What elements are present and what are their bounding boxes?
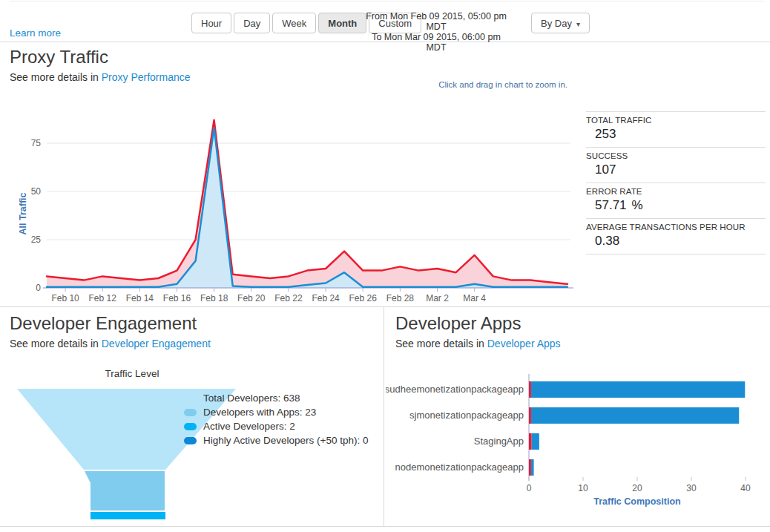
svg-text:0: 0 bbox=[527, 483, 532, 493]
apps-title: Developer Apps bbox=[395, 313, 521, 334]
zoom-hint: Click and drag in chart to zoom in. bbox=[438, 80, 567, 89]
svg-text:StagingApp: StagingApp bbox=[474, 436, 524, 447]
traffic-chart[interactable]: 0255075Feb 10Feb 12Feb 14Feb 16Feb 18Feb… bbox=[10, 101, 585, 306]
range-button-hour[interactable]: Hour bbox=[191, 13, 231, 33]
svg-text:Mar 4: Mar 4 bbox=[463, 293, 486, 303]
proxy-traffic-section: Proxy Traffic See more details in Proxy … bbox=[0, 42, 770, 306]
legend-swatch bbox=[184, 395, 197, 402]
legend-swatch bbox=[184, 437, 197, 444]
legend-item-active: Active Developers: 2 bbox=[184, 419, 369, 433]
svg-text:20: 20 bbox=[632, 483, 642, 493]
developer-engagement-section: Developer Engagement See more details in… bbox=[0, 307, 384, 526]
developer-apps-link[interactable]: Developer Apps bbox=[487, 338, 561, 349]
svg-text:Feb 18: Feb 18 bbox=[200, 293, 228, 303]
range-button-week[interactable]: Week bbox=[272, 13, 316, 33]
svg-text:Feb 14: Feb 14 bbox=[126, 293, 154, 303]
legend-swatch bbox=[184, 409, 197, 416]
svg-text:Mar 2: Mar 2 bbox=[426, 293, 449, 303]
svg-text:Feb 12: Feb 12 bbox=[89, 293, 117, 303]
svg-text:75: 75 bbox=[31, 138, 42, 148]
engagement-subtitle: See more details in Developer Engagement bbox=[10, 338, 211, 349]
dashboard-page: Learn more Hour Day Week Month Custom Fr… bbox=[0, 0, 770, 532]
range-button-day[interactable]: Day bbox=[234, 13, 270, 33]
svg-text:50: 50 bbox=[31, 186, 42, 197]
svg-text:sjmonetizationpackageapp: sjmonetizationpackageapp bbox=[409, 410, 524, 421]
stats-panel: TOTAL TRAFFIC 253 SUCCESS 107 ERROR RATE… bbox=[586, 111, 766, 254]
apps-bar-chart: sudheemonetizationpackageappsjmonetizati… bbox=[386, 368, 769, 515]
engagement-title: Developer Engagement bbox=[10, 313, 197, 334]
svg-text:Feb 10: Feb 10 bbox=[51, 293, 79, 303]
proxy-subtitle: See more details in Proxy Performance bbox=[10, 71, 191, 83]
svg-text:sudheemonetizationpackageapp: sudheemonetizationpackageapp bbox=[386, 384, 524, 395]
funnel-legend: Total Developers: 638 Developers with Ap… bbox=[184, 391, 369, 447]
legend-item-total: Total Developers: 638 bbox=[184, 391, 369, 405]
svg-text:10: 10 bbox=[578, 483, 588, 493]
svg-text:Feb 20: Feb 20 bbox=[237, 293, 266, 303]
svg-text:Feb 26: Feb 26 bbox=[349, 293, 378, 303]
funnel-segment-with-apps bbox=[85, 471, 165, 510]
svg-text:0: 0 bbox=[36, 283, 41, 293]
svg-text:Feb 24: Feb 24 bbox=[312, 293, 340, 303]
svg-text:Feb 16: Feb 16 bbox=[163, 293, 191, 303]
developer-engagement-link[interactable]: Developer Engagement bbox=[102, 338, 211, 349]
page-title: Proxy Traffic bbox=[10, 47, 108, 68]
funnel-segment-active bbox=[91, 512, 165, 519]
stat-total-traffic: TOTAL TRAFFIC 253 bbox=[586, 111, 766, 147]
group-by-label: By Day bbox=[541, 18, 572, 29]
funnel-title: Traffic Level bbox=[24, 368, 240, 379]
svg-text:30: 30 bbox=[686, 483, 697, 493]
svg-text:Traffic Composition: Traffic Composition bbox=[593, 496, 680, 507]
developer-apps-section: Developer Apps See more details in Devel… bbox=[385, 307, 770, 526]
legend-item-highly-active: Highly Active Developers (+50 tph): 0 bbox=[184, 433, 369, 447]
stat-error-rate: ERROR RATE 57.71% bbox=[586, 183, 766, 218]
svg-text:nodemonetizationpackageapp: nodemonetizationpackageapp bbox=[395, 462, 524, 473]
legend-swatch bbox=[184, 423, 197, 430]
svg-text:All Traffic: All Traffic bbox=[18, 192, 28, 234]
group-by-dropdown[interactable]: By Day▾ bbox=[531, 13, 590, 33]
legend-item-with-apps: Developers with Apps: 23 bbox=[184, 405, 369, 419]
stat-success: SUCCESS 107 bbox=[586, 147, 766, 183]
range-button-month[interactable]: Month bbox=[318, 13, 366, 33]
svg-text:40: 40 bbox=[740, 483, 751, 493]
svg-text:Feb 28: Feb 28 bbox=[386, 293, 415, 303]
date-from: From Mon Feb 09 2015, 05:00 pm MDT bbox=[363, 11, 509, 32]
chevron-down-icon: ▾ bbox=[576, 20, 580, 28]
learn-more-link[interactable]: Learn more bbox=[10, 27, 61, 39]
svg-text:25: 25 bbox=[31, 234, 42, 245]
toolbar: Learn more Hour Day Week Month Custom Fr… bbox=[0, 0, 770, 42]
stat-avg-tph: AVERAGE TRANSACTIONS PER HOUR 0.38 bbox=[586, 218, 766, 254]
top-divider bbox=[10, 1, 764, 1]
bottom-sections: Developer Engagement See more details in… bbox=[0, 306, 770, 527]
proxy-performance-link[interactable]: Proxy Performance bbox=[102, 71, 191, 83]
svg-text:Feb 22: Feb 22 bbox=[274, 293, 303, 303]
apps-subtitle: See more details in Developer Apps bbox=[395, 338, 561, 349]
